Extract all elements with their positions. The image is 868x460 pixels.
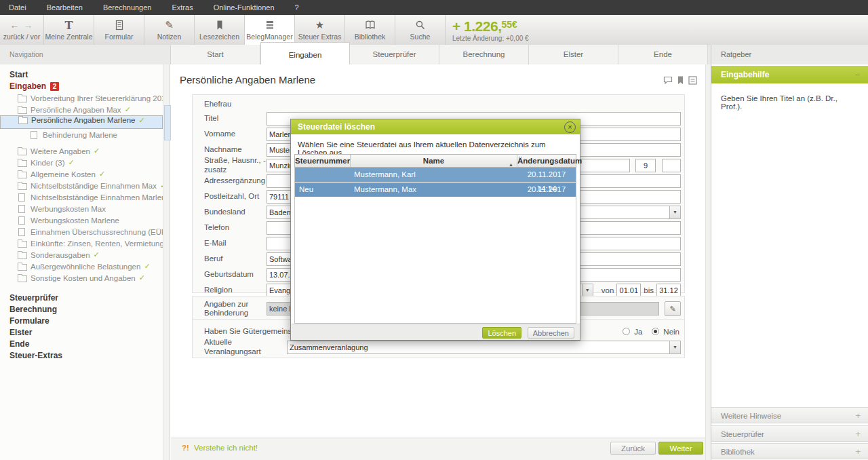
close-icon[interactable]: × [564, 121, 576, 133]
table-body: Mustermann, Karl 20.11.2017 14:14 Neu Mu… [294, 168, 576, 324]
zurueck-button[interactable]: Zurück [610, 442, 656, 455]
nav-section-steuer-extras[interactable]: Steuer-Extras [0, 350, 163, 362]
weiter-button[interactable]: Weiter [658, 442, 703, 455]
weitere-hinweise-section[interactable]: Weitere Hinweise+ [711, 407, 868, 423]
help-question-icon: ?! [182, 444, 189, 452]
bibliothek-button[interactable]: Bibliothek [345, 15, 395, 45]
nav-item-vorbereitung[interactable]: Vorbereitung Ihrer Steuererklärung 2017✓ [0, 92, 163, 104]
steuerpruefer-section[interactable]: Steuerprüfer+ [711, 425, 868, 442]
tab-steuerpruefer[interactable]: Steuerprüfer [350, 45, 439, 64]
expand-icon[interactable]: + [855, 426, 861, 442]
table-row[interactable]: Neu Mustermann, Max 20.11.2017 14:15 [295, 183, 576, 197]
bibliothek-section[interactable]: Bibliothek+ [711, 443, 868, 459]
tab-berechnung[interactable]: Berechnung [439, 45, 529, 64]
sort-ascending-icon: ▲ [509, 159, 513, 171]
edit-behinderung-button[interactable]: ✎ [665, 301, 681, 316]
column-steuernummer[interactable]: Steuernummer [295, 155, 351, 167]
loeschen-button[interactable]: Löschen [482, 327, 521, 339]
content-scrollbar[interactable] [705, 64, 711, 460]
tab-elster[interactable]: Elster [529, 45, 618, 64]
belegmanager-button[interactable]: BelegManager [245, 15, 295, 45]
back-forward-button[interactable]: ← → zurück / vor [0, 15, 44, 45]
nav-section-berechnung[interactable]: Berechnung [0, 304, 163, 315]
eingabehilfe-text: Geben Sie Ihren Titel an (z.B. Dr., Prof… [711, 83, 868, 121]
menu-berechnungen[interactable]: Berechnungen [93, 0, 162, 15]
tab-ende[interactable]: Ende [618, 45, 708, 64]
ratgeber-sidebar: Eingabehilfe – Geben Sie Ihren Titel an … [711, 64, 868, 460]
lesezeichen-button[interactable]: Lesezeichen [195, 15, 245, 45]
eingabehilfe-header[interactable]: Eingabehilfe – [711, 66, 868, 83]
nav-section-start[interactable]: Start [0, 69, 163, 81]
dropdown-arrow-icon[interactable]: ▼ [669, 206, 680, 218]
form-document-icon [114, 19, 125, 31]
tab-start[interactable]: Start [171, 45, 260, 64]
formular-button[interactable]: Formular [94, 15, 144, 45]
expand-icon[interactable]: + [855, 444, 861, 460]
nav-item-einkuenfte[interactable]: Einkünfte: Zinsen, Renten, Vermietung us… [0, 237, 163, 249]
hausnummer-field[interactable] [635, 159, 656, 172]
nav-scrollbar-thumb[interactable] [164, 105, 171, 140]
pencil-icon: ✎ [165, 19, 174, 31]
ja-radio[interactable] [623, 328, 630, 335]
suche-button[interactable]: Suche [395, 15, 446, 45]
tab-row: Navigation Start Eingaben Steuerprüfer B… [0, 45, 868, 64]
nav-scrollbar[interactable] [163, 64, 170, 460]
column-aenderungsdatum[interactable]: Änderungsdatum [517, 155, 576, 167]
search-icon [415, 19, 426, 31]
nav-item-angaben-max[interactable]: Persönliche Angaben Max✓ [0, 104, 163, 115]
menu-datei[interactable]: Datei [0, 0, 37, 15]
dropdown-arrow-icon[interactable]: ▼ [582, 284, 593, 296]
nein-radio[interactable] [652, 328, 659, 335]
column-name[interactable]: Name▲ [351, 155, 517, 167]
nav-item-behinderung-marlene[interactable]: Behinderung Marlene [0, 129, 163, 140]
nav-item-aussergewoehnliche[interactable]: Außergewöhnliche Belastungen✓ [0, 261, 163, 272]
main-tabs: Start Eingaben Steuerprüfer Berechnung E… [171, 45, 711, 64]
nav-section-ende[interactable]: Ende [0, 339, 163, 350]
nav-item-sonstige[interactable]: Sonstige Kosten und Angaben✓ [0, 272, 163, 284]
postleitzahl-field[interactable] [267, 190, 294, 204]
nav-item-euer[interactable]: Einnahmen Überschussrechnung (EÜR) [0, 226, 163, 237]
nav-item-sonderausgaben[interactable]: Sonderausgaben✓ [0, 249, 163, 261]
notizen-button[interactable]: ✎ Notizen [144, 15, 195, 45]
toolbar: ← → zurück / vor T Meine Zentrale Formul… [0, 15, 868, 45]
hausnummer-zusatz-field[interactable] [662, 159, 681, 172]
nav-item-kinder[interactable]: Kinder (3)✓ [0, 157, 163, 168]
back-forward-arrows-icon: ← → [10, 19, 34, 31]
menu-bearbeiten[interactable]: Bearbeiten [37, 0, 93, 15]
nav-item-nichtselbst-marlene[interactable]: Nichtselbstständige Einnahmen Marlene [0, 191, 163, 203]
tab-eingaben[interactable]: Eingaben [260, 42, 350, 64]
nav-item-werbungskosten-marlene[interactable]: Werbungskosten Marlene [0, 214, 163, 226]
nav-section-formulare[interactable]: Formulare [0, 315, 163, 327]
nav-item-allgemeine-kosten[interactable]: Allgemeine Kosten✓ [0, 168, 163, 180]
nav-section-eingaben[interactable]: Eingaben2 [0, 81, 163, 92]
check-icon: ✓ [94, 250, 100, 259]
meine-zentrale-button[interactable]: T Meine Zentrale [44, 15, 94, 45]
abbrechen-button[interactable]: Abbrechen [528, 327, 574, 339]
expand-icon[interactable]: + [855, 408, 861, 424]
table-header: Steuernummer Name▲ Änderungsdatum [294, 154, 576, 168]
nav-item-werbungskosten-max[interactable]: Werbungskosten Max [0, 203, 163, 214]
nav-item-angaben-marlene[interactable]: Persönliche Angaben Marlene✓ [0, 115, 163, 129]
nav-item-weitere-angaben[interactable]: Weitere Angaben✓ [0, 145, 163, 157]
folder-icon [18, 252, 27, 259]
dropdown-arrow-icon[interactable]: ▼ [669, 341, 680, 353]
eingaben-count-badge: 2 [50, 82, 59, 91]
collapse-icon[interactable]: – [855, 66, 860, 83]
verstehe-ich-nicht-link[interactable]: Verstehe ich nicht! [194, 444, 258, 452]
nav-section-elster[interactable]: Elster [0, 327, 163, 339]
steuer-extras-button[interactable]: ★ Steuer Extras [295, 15, 345, 45]
nav-item-nichtselbst-max[interactable]: Nichtselbstständige Einnahmen Max✓ [0, 180, 163, 191]
check-icon: ✓ [138, 116, 144, 128]
table-row[interactable]: Mustermann, Karl 20.11.2017 14:14 [295, 168, 576, 182]
veranlagungsart-select[interactable]: Zusammenveranlagung▼ [287, 341, 681, 354]
menu-hilfe[interactable]: ? [285, 0, 309, 15]
summary-list-icon[interactable] [688, 76, 697, 85]
menu-extras[interactable]: Extras [161, 0, 203, 15]
bookmark-small-icon[interactable] [677, 76, 684, 85]
menu-online-funktionen[interactable]: Online-Funktionen [203, 0, 285, 15]
comment-icon[interactable] [663, 76, 673, 85]
nav-section-steuerpruefer[interactable]: Steuerprüfer [0, 292, 163, 304]
religion-von-field[interactable] [616, 284, 641, 297]
religion-bis-field[interactable] [656, 284, 681, 297]
check-icon: ✓ [144, 262, 150, 271]
